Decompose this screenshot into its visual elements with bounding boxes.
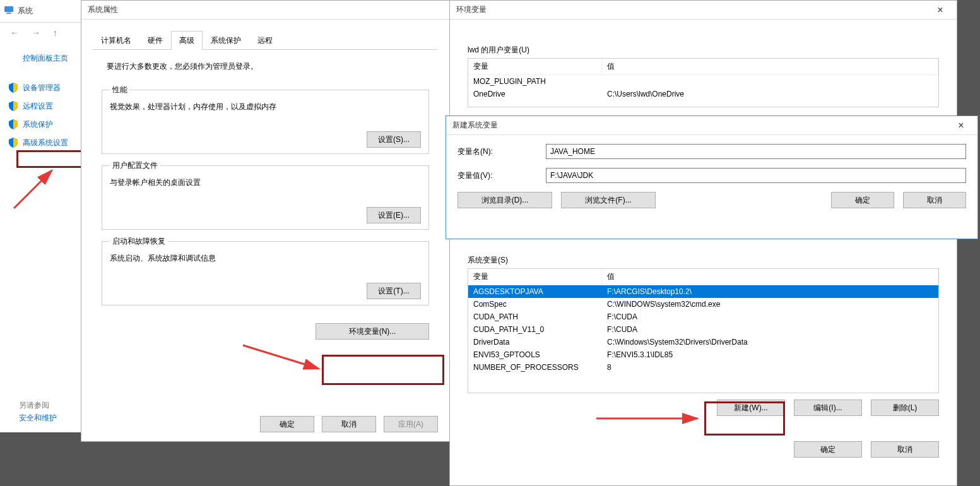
sysprops-title: 系统属性	[85, 4, 446, 15]
user-vars-table[interactable]: 变量 值 MOZ_PLUGIN_PATHOneDriveC:\Users\lwd…	[468, 58, 939, 107]
var-value-cell: F:\ARCGIS\Desktop10.2\	[602, 285, 938, 298]
svg-rect-2	[6, 13, 11, 14]
var-name-cell: CUDA_PATH_V11_0	[468, 323, 602, 336]
sysprops-titlebar: 系统属性	[81, 1, 449, 20]
shield-icon	[9, 83, 18, 95]
ok-button[interactable]: 确定	[794, 441, 862, 458]
table-row[interactable]: CUDA_PATHF:\CUDA	[468, 311, 938, 323]
table-row[interactable]: NUMBER_OF_PROCESSORS8	[468, 361, 938, 374]
sidebar-item-label: 远程设置	[23, 102, 53, 110]
tab-remote[interactable]: 远程	[249, 31, 281, 50]
monitor-icon	[4, 5, 18, 17]
table-row[interactable]: ENVI53_GPTOOLSF:\ENVI5.3.1\IDL85	[468, 348, 938, 361]
browse-directory-button[interactable]: 浏览目录(D)...	[458, 192, 552, 208]
tab-system-protection[interactable]: 系统保护	[203, 31, 249, 50]
var-value-cell: C:\Users\lwd\OneDrive	[602, 88, 938, 100]
sysprops-tabs: 计算机名 硬件 高级 系统保护 远程	[93, 31, 438, 50]
startup-settings-button[interactable]: 设置(T)...	[367, 283, 421, 299]
startup-legend: 启动和故障恢复	[110, 236, 168, 247]
ok-button[interactable]: 确定	[260, 416, 314, 432]
browse-file-button[interactable]: 浏览文件(F)...	[561, 192, 656, 208]
shield-icon	[9, 119, 18, 131]
sidebar-item-label: 高级系统设置	[23, 138, 68, 147]
col-value[interactable]: 值	[602, 269, 938, 285]
nav-forward-icon[interactable]: →	[32, 28, 40, 38]
table-row[interactable]: MOZ_PLUGIN_PATH	[468, 75, 938, 88]
table-row[interactable]: DriverDataC:\Windows\System32\Drivers\Dr…	[468, 336, 938, 348]
cancel-button[interactable]: 取消	[871, 441, 939, 458]
var-name-cell: ComSpec	[468, 298, 602, 311]
system-titlebar: 系统	[0, 0, 85, 23]
var-name-cell: MOZ_PLUGIN_PATH	[468, 75, 602, 88]
system-properties-dialog: 系统属性 计算机名 硬件 高级 系统保护 远程 要进行大多数更改，您必须作为管理…	[81, 0, 450, 442]
nav-back-icon[interactable]: ←	[10, 28, 19, 38]
var-name-cell: ENVI53_GPTOOLS	[468, 348, 602, 361]
apply-button: 应用(A)	[384, 416, 438, 432]
sidebar-item-label: 设备管理器	[23, 83, 61, 92]
ok-button[interactable]: 确定	[831, 192, 894, 208]
close-icon[interactable]: ×	[928, 4, 953, 16]
table-row[interactable]: AGSDESKTOPJAVAF:\ARCGIS\Desktop10.2\	[468, 285, 938, 298]
var-value-cell: C:\WINDOWS\system32\cmd.exe	[602, 298, 938, 311]
user-vars-label: lwd 的用户变量(U)	[468, 42, 939, 58]
performance-legend: 性能	[110, 85, 130, 95]
startup-text: 系统启动、系统故障和调试信息	[110, 253, 421, 264]
userprofile-settings-button[interactable]: 设置(E)...	[367, 207, 421, 223]
sidebar-device-manager[interactable]: 设备管理器	[4, 79, 81, 97]
var-name-cell: DriverData	[468, 336, 602, 348]
new-system-variable-dialog: 新建系统变量 × 变量名(N): 变量值(V): 浏览目录(D)... 浏览文件…	[446, 116, 978, 239]
system-vars-group: 系统变量(S) 变量 值 AGSDESKTOPJAVAF:\ARCGIS\Des…	[468, 252, 939, 416]
col-variable[interactable]: 变量	[468, 269, 602, 285]
environment-variables-dialog: 环境变量 × lwd 的用户变量(U) 变量 值 MOZ_PLUGIN_PATH…	[449, 0, 957, 486]
svg-rect-0	[4, 6, 13, 12]
system-vars-label: 系统变量(S)	[468, 252, 939, 268]
sidebar-system-protection[interactable]: 系统保护	[4, 116, 81, 134]
user-vars-group: lwd 的用户变量(U) 变量 值 MOZ_PLUGIN_PATHOneDriv…	[468, 42, 939, 107]
table-row[interactable]: ComSpecC:\WINDOWS\system32\cmd.exe	[468, 298, 938, 311]
nav-up-icon[interactable]: ↑	[53, 28, 57, 38]
system-title: 系统	[18, 6, 81, 16]
system-vars-table[interactable]: 变量 值 AGSDESKTOPJAVAF:\ARCGIS\Desktop10.2…	[468, 268, 939, 393]
userprofile-group: 用户配置文件 与登录帐户相关的桌面设置 设置(E)...	[102, 160, 429, 230]
sidebar-remote-settings[interactable]: 远程设置	[4, 97, 81, 116]
variable-value-input[interactable]	[546, 168, 966, 183]
startup-group: 启动和故障恢复 系统启动、系统故障和调试信息 设置(T)...	[102, 236, 429, 305]
environment-variables-button[interactable]: 环境变量(N)...	[316, 323, 429, 340]
tab-computer-name[interactable]: 计算机名	[93, 31, 139, 50]
nav-toolbar: ← → ↑	[0, 23, 85, 43]
sidebar-advanced-system-settings[interactable]: 高级系统设置	[4, 134, 81, 152]
performance-group: 性能 视觉效果，处理器计划，内存使用，以及虚拟内存 设置(S)...	[102, 85, 429, 154]
var-name-cell: CUDA_PATH	[468, 311, 602, 323]
col-variable[interactable]: 变量	[468, 59, 602, 74]
cancel-button[interactable]: 取消	[322, 416, 376, 432]
delete-button[interactable]: 删除(L)	[871, 400, 939, 416]
newvar-titlebar: 新建系统变量 ×	[446, 116, 977, 135]
performance-settings-button[interactable]: 设置(S)...	[367, 131, 421, 148]
svg-rect-1	[7, 13, 11, 13]
variable-value-label: 变量值(V):	[458, 170, 546, 181]
security-maintenance-link[interactable]: 安全和维护	[0, 409, 76, 427]
col-value[interactable]: 值	[602, 59, 938, 74]
table-row[interactable]: CUDA_PATH_V11_0F:\CUDA	[468, 323, 938, 336]
envvar-title: 环境变量	[454, 4, 928, 15]
var-value-cell: F:\ENVI5.3.1\IDL85	[602, 348, 938, 361]
shield-icon	[9, 138, 18, 150]
var-value-cell: F:\CUDA	[602, 311, 938, 323]
tab-hardware[interactable]: 硬件	[139, 31, 171, 50]
var-value-cell: F:\CUDA	[602, 323, 938, 336]
envvar-titlebar: 环境变量 ×	[450, 1, 957, 20]
edit-button[interactable]: 编辑(I)...	[794, 400, 862, 416]
var-name-cell: NUMBER_OF_PROCESSORS	[468, 361, 602, 374]
newvar-title: 新建系统变量	[450, 120, 948, 131]
tab-advanced[interactable]: 高级	[171, 31, 203, 50]
variable-name-input[interactable]	[546, 144, 966, 159]
table-row[interactable]: OneDriveC:\Users\lwd\OneDrive	[468, 88, 938, 100]
variable-name-label: 变量名(N):	[458, 146, 546, 157]
performance-text: 视觉效果，处理器计划，内存使用，以及虚拟内存	[110, 102, 421, 112]
new-button[interactable]: 新建(W)...	[717, 400, 785, 416]
var-value-cell: 8	[602, 361, 938, 374]
control-panel-home-link[interactable]: 控制面板主页	[4, 49, 81, 68]
cancel-button[interactable]: 取消	[903, 192, 966, 208]
variable-name-row: 变量名(N):	[458, 144, 966, 159]
close-icon[interactable]: ×	[948, 120, 974, 131]
